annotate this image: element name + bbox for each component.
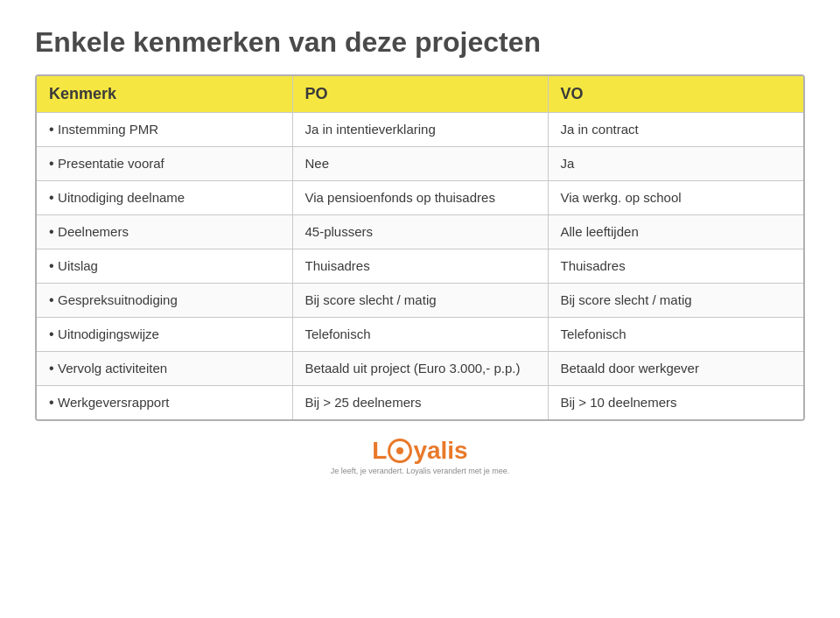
cell-vo: Bij score slecht / matig	[548, 284, 803, 318]
cell-po: Betaald uit project (Euro 3.000,- p.p.)	[292, 352, 548, 386]
cell-vo: Ja	[548, 147, 803, 181]
loyalis-logo: L yalis Je leeft, je verandert. Loyalis …	[331, 437, 510, 475]
logo-tagline: Je leeft, je verandert. Loyalis verander…	[331, 467, 510, 475]
bullet-icon	[49, 224, 58, 239]
logo-text-l: L	[372, 437, 387, 465]
bullet-icon	[49, 258, 58, 273]
col-header-po: PO	[292, 76, 548, 113]
cell-vo: Thuisadres	[548, 249, 803, 284]
col-header-vo: VO	[548, 76, 803, 113]
logo-o-symbol	[388, 439, 412, 463]
table-row: WerkgeversrapportBij > 25 deelnemersBij …	[37, 386, 803, 420]
cell-kenmerk: Vervolg activiteiten	[37, 352, 292, 386]
cell-kenmerk: Instemming PMR	[37, 113, 292, 147]
table-row: Instemming PMRJa in intentieverklaringJa…	[37, 113, 803, 147]
bullet-icon	[49, 292, 58, 307]
cell-po: Via pensioenfonds op thuisadres	[292, 181, 548, 215]
cell-po: Telefonisch	[292, 318, 548, 352]
page-footer: L yalis Je leeft, je verandert. Loyalis …	[35, 437, 805, 475]
table-row: UitnodigingswijzeTelefonischTelefonisch	[37, 318, 803, 352]
table-row: Uitnodiging deelnameVia pensioenfonds op…	[37, 181, 803, 215]
col-header-kenmerk: Kenmerk	[37, 76, 292, 113]
cell-vo: Betaald door werk­gever	[548, 352, 803, 386]
bullet-icon	[49, 156, 58, 171]
cell-vo: Via werkg. op school	[548, 181, 803, 215]
cell-po: Bij score slecht / matig	[292, 284, 548, 318]
logo-wordmark: L yalis	[372, 437, 467, 465]
logo-o-dot	[396, 447, 403, 454]
cell-po: 45-plussers	[292, 215, 548, 249]
cell-po: Nee	[292, 147, 548, 181]
cell-kenmerk: Uitnodiging deelname	[37, 181, 292, 215]
cell-kenmerk: Gespreksuitnodiging	[37, 284, 292, 318]
table-row: GespreksuitnodigingBij score slecht / ma…	[37, 284, 803, 318]
table-row: Presentatie voorafNeeJa	[37, 147, 803, 181]
cell-vo: Ja in contract	[548, 113, 803, 147]
page-title: Enkele kenmerken van deze projecten	[35, 26, 805, 59]
bullet-icon	[49, 190, 58, 205]
cell-kenmerk: Presentatie vooraf	[37, 147, 292, 181]
logo-text-yalis: yalis	[413, 437, 467, 465]
table-row: Deelnemers45-plussersAlle leeftijden	[37, 215, 803, 249]
cell-po: Ja in intentieverklaring	[292, 113, 548, 147]
cell-kenmerk: Uitnodigingswijze	[37, 318, 292, 352]
table-row: Vervolg activiteitenBetaald uit project …	[37, 352, 803, 386]
cell-kenmerk: Uitslag	[37, 249, 292, 284]
cell-po: Bij > 25 deelnemers	[292, 386, 548, 420]
cell-vo: Bij > 10 deelnemers	[548, 386, 803, 420]
cell-kenmerk: Werkgeversrapport	[37, 386, 292, 420]
cell-vo: Telefonisch	[548, 318, 803, 352]
features-table: Kenmerk PO VO Instemming PMRJa in intent…	[35, 74, 805, 421]
bullet-icon	[49, 395, 58, 410]
bullet-icon	[49, 327, 58, 341]
table-header-row: Kenmerk PO VO	[37, 76, 803, 113]
table-row: UitslagThuisadresThuisadres	[37, 249, 803, 284]
cell-vo: Alle leeftijden	[548, 215, 803, 249]
bullet-icon	[49, 122, 58, 137]
cell-po: Thuisadres	[292, 249, 548, 284]
bullet-icon	[49, 361, 58, 376]
cell-kenmerk: Deelnemers	[37, 215, 292, 249]
